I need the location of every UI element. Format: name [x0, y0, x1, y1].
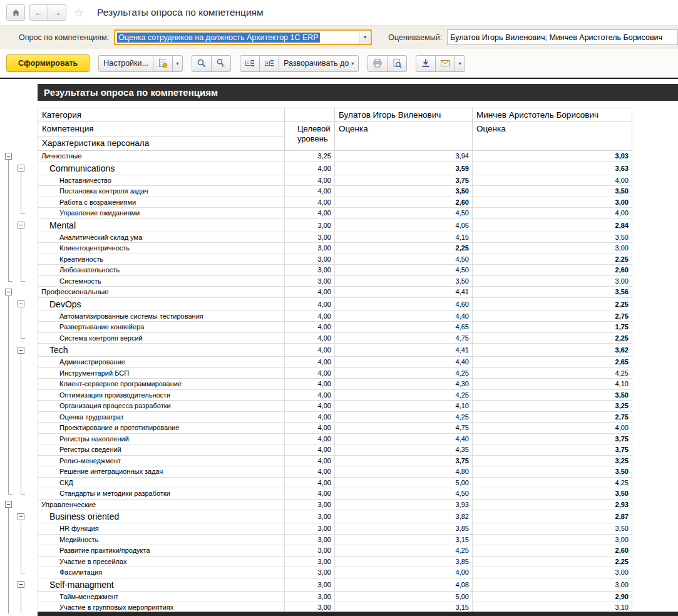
outline-gutter: [25, 488, 38, 500]
collapse-group-toggle[interactable]: [18, 222, 24, 228]
outline-gutter: [0, 557, 13, 568]
target-level-value: 4,00: [285, 434, 335, 445]
expand-to-button[interactable]: Разворачивать до ▾: [279, 55, 359, 72]
settings-button[interactable]: Настройки...: [98, 55, 153, 72]
search-button[interactable]: [192, 55, 212, 72]
print-button[interactable]: [367, 55, 388, 72]
outline-gutter: [25, 578, 38, 592]
row-filler: [632, 523, 678, 535]
outline-gutter: [13, 186, 25, 197]
row-filler: [632, 592, 678, 603]
search-icon: [197, 58, 207, 68]
row-filler: [632, 567, 678, 578]
outline-gutter: [0, 500, 13, 511]
row-label: Любознательность: [38, 265, 285, 276]
outline-gutter: [0, 219, 13, 232]
report-row: Организация процесса разработки4,004,103…: [0, 401, 678, 412]
home-button[interactable]: [6, 4, 25, 21]
row-label: Tech: [38, 344, 285, 357]
score-value-person-1: 4,25: [335, 412, 473, 423]
score-value-person-1: 4,80: [335, 466, 473, 478]
report-row: Профессиональные4,004,413,56: [0, 287, 678, 298]
report-row: Оценка трудозатрат4,004,252,75: [0, 412, 678, 423]
target-level-value: 4,00: [285, 333, 335, 344]
outline-gutter: [13, 545, 25, 557]
report-variant-icon: [158, 58, 168, 68]
score-value-person-1: 2,25: [335, 243, 473, 254]
outline-gutter: [25, 535, 38, 546]
target-level-value: 3,00: [285, 265, 335, 276]
settings-group: Настройки... ▾: [98, 55, 183, 72]
report-row: Управленческие3,003,932,93: [0, 500, 678, 511]
outline-gutter: [25, 500, 38, 511]
command-bar: Сформировать Настройки... ▾: [0, 49, 678, 78]
row-label: Проектирование и прототипирование: [38, 423, 285, 434]
row-filler: [632, 444, 678, 456]
row-filler: [632, 578, 678, 592]
report-row: Стандарты и методики разработки4,004,503…: [0, 488, 678, 500]
printer-icon: [372, 58, 383, 68]
report-table-header: Категория Компетенция Характеристика пер…: [0, 108, 678, 151]
row-filler: [632, 186, 678, 197]
collapse-group-toggle[interactable]: [18, 347, 24, 354]
collapse-group-toggle[interactable]: [18, 165, 24, 172]
row-filler: [632, 254, 678, 265]
send-mail-button[interactable]: [435, 55, 455, 72]
survey-dropdown-button[interactable]: ▾: [359, 31, 371, 44]
forward-button[interactable]: →: [48, 4, 66, 21]
report-variant-dropdown[interactable]: ▾: [172, 55, 183, 72]
forward-icon: →: [53, 8, 61, 18]
row-label: Communications: [38, 162, 285, 175]
score-value-person-1: 4,15: [335, 232, 473, 244]
collapse-groups-button[interactable]: [240, 55, 260, 72]
score-value-person-1: 4,75: [335, 333, 473, 344]
outline-gutter: [13, 162, 25, 175]
page-title: Результаты опроса по компетенциям: [97, 7, 264, 18]
outline-gutter: [0, 276, 13, 287]
outline-gutter: [0, 412, 13, 423]
save-result-button[interactable]: [416, 55, 436, 72]
collapse-group-toggle[interactable]: [5, 501, 12, 508]
report-row: Регистры сведений4,004,353,75: [0, 444, 678, 456]
collapse-group-toggle[interactable]: [5, 153, 12, 160]
outline-gutter: [25, 197, 38, 208]
outline-gutter: [25, 265, 38, 276]
row-label: Администрирование: [38, 357, 285, 368]
expand-groups-button[interactable]: [259, 55, 279, 72]
outline-gutter: [25, 456, 38, 467]
outline-gutter: [13, 535, 25, 546]
score-value-person-1: 3,15: [335, 535, 473, 546]
score-value-person-2: 2,84: [473, 219, 632, 232]
collapse-group-toggle[interactable]: [18, 513, 24, 520]
score-value-person-1: 5,00: [335, 592, 473, 603]
row-label: Личностные: [38, 151, 285, 162]
outline-gutter: [13, 197, 25, 208]
outline-gutter: [25, 412, 38, 423]
row-filler: [632, 298, 678, 311]
report-row: Наставничество4,003,754,00: [0, 175, 678, 187]
print-preview-button[interactable]: [387, 55, 407, 72]
collapse-group-toggle[interactable]: [18, 300, 24, 307]
search-next-button[interactable]: [211, 55, 231, 72]
outline-gutter: [0, 602, 13, 613]
collapse-group-toggle[interactable]: [5, 289, 12, 295]
survey-combobox[interactable]: Оценка сотрудников на должность Архитект…: [114, 29, 372, 45]
outline-gutter: [25, 162, 38, 175]
collapse-groups-icon: [245, 58, 255, 68]
report-row: Администрирование4,004,402,65: [0, 357, 678, 368]
favorite-star-icon[interactable]: ☆: [73, 6, 84, 20]
report-variant-button[interactable]: [153, 55, 173, 72]
application-window: ← → ☆ Результаты опроса по компетенциям …: [0, 0, 678, 616]
row-filler: [632, 510, 678, 523]
back-button[interactable]: ←: [29, 4, 48, 21]
target-level-value: 4,00: [285, 287, 335, 298]
send-mail-dropdown[interactable]: ▾: [455, 55, 465, 72]
row-filler: [632, 162, 678, 175]
generate-button[interactable]: Сформировать: [6, 54, 90, 72]
row-filler: [632, 344, 678, 357]
evaluated-input[interactable]: [447, 29, 678, 45]
outline-gutter: [13, 488, 25, 500]
outline-gutter: [13, 175, 25, 187]
collapse-group-toggle[interactable]: [18, 581, 24, 588]
target-level-value: 4,00: [285, 162, 335, 175]
